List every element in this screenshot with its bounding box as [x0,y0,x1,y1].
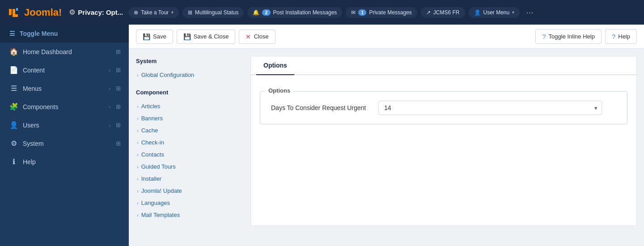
chevron-right-icon: › [109,86,110,91]
help-button[interactable]: ? Help [605,29,637,44]
topnav: Joomla! ⚙ Privacy: Opt... ⊕ Take a Tour … [0,0,644,25]
joomla-update-label: Joomla! Update [141,187,182,194]
post-installation-badge: 2 [262,9,270,16]
joomla-logo[interactable]: Joomla! [5,4,62,21]
jcms-button[interactable]: ↗ JCMS6 FR [421,7,465,18]
private-messages-badge: 1 [358,9,366,16]
languages-link[interactable]: › Languages [136,197,243,209]
help-icon: ? [612,33,615,40]
chevron-right-icon: › [109,123,110,128]
toggle-inline-help-label: Toggle Inline Help [549,33,595,40]
sidebar-item-label: Menus [23,85,104,92]
save-icon: 💾 [143,33,150,40]
home-icon: 🏠 [9,47,18,56]
grid-icon: ⊞ [116,140,121,147]
close-label: Close [254,33,268,40]
toggle-menu-item[interactable]: ☰ Toggle Menu [0,25,129,42]
cache-link[interactable]: › Cache [136,124,243,136]
chevron-right-icon: › [109,68,110,73]
articles-link[interactable]: › Articles [136,100,243,112]
guided-tours-label: Guided Tours [141,163,176,170]
joomla-update-link[interactable]: › Joomla! Update [136,185,243,197]
sidebar-item-help[interactable]: ℹ Help [0,153,129,171]
options-group-legend: Options [266,87,293,94]
guided-tours-link[interactable]: › Guided Tours [136,161,243,173]
sidebar-item-label: System [23,140,110,147]
take-a-tour-button[interactable]: ⊕ Take a Tour ▾ [128,7,179,18]
user-menu-button[interactable]: 👤 User Menu ▾ [469,7,520,18]
post-installation-button[interactable]: 🔔 2 Post Installation Messages [247,7,342,18]
grid-icon: ⊞ [116,67,121,73]
more-options-icon[interactable]: ··· [523,7,536,17]
chevron-right-icon: › [137,140,139,145]
main-content: 💾 Save 💾 Save & Close ✕ Close ? Toggle I… [129,25,644,246]
joomla-logo-icon [5,4,21,21]
take-a-tour-label: Take a Tour [141,9,169,16]
envelope-icon: ✉ [351,9,356,16]
right-panel: Options Options Days To Consider Request… [250,56,637,226]
sidebar-item-menus[interactable]: ☰ Menus › ⊞ [0,79,129,98]
multilingual-icon: ⊞ [188,9,192,16]
mail-templates-label: Mail Templates [141,212,180,218]
languages-label: Languages [141,199,170,206]
page-title: Privacy: Opt... [78,8,123,16]
options-section: Options Days To Consider Request Urgent … [251,75,636,133]
multilingual-status-label: Multilingual Status [195,9,238,16]
sidebar-item-content[interactable]: 📄 Content › ⊞ [0,61,129,79]
user-menu-label: User Menu [483,9,510,16]
private-messages-button[interactable]: ✉ 1 Private Messages [346,7,417,18]
chevron-right-icon: › [137,188,139,194]
save-button[interactable]: 💾 Save [136,30,173,44]
sidebar-item-label: Home Dashboard [23,48,110,55]
sidebar-item-home-dashboard[interactable]: 🏠 Home Dashboard ⊞ [0,42,129,61]
cache-label: Cache [141,127,158,134]
tour-icon: ⊕ [134,9,138,16]
save-label: Save [153,33,166,40]
menus-icon: ☰ [9,84,18,93]
page-content: System › Global Configuration Component … [129,49,644,233]
articles-label: Articles [141,103,161,110]
chevron-right-icon: › [137,72,139,78]
global-configuration-link[interactable]: › Global Configuration [136,69,243,81]
banners-link[interactable]: › Banners [136,112,243,124]
post-installation-label: Post Installation Messages [273,9,337,16]
system-section-title: System [136,56,243,66]
jcms-label: JCMS6 FR [433,9,460,16]
components-icon: 🧩 [9,102,18,111]
contacts-link[interactable]: › Contacts [136,148,243,161]
checkin-link[interactable]: › Check-in [136,136,243,148]
sidebar-item-components[interactable]: 🧩 Components › ⊞ [0,98,129,116]
private-messages-label: Private Messages [369,9,411,16]
tab-options-label: Options [263,62,287,69]
close-button[interactable]: ✕ Close [239,30,275,44]
bell-icon: 🔔 [253,9,259,16]
installer-link[interactable]: › Installer [136,173,243,185]
sidebar: ☰ Toggle Menu 🏠 Home Dashboard ⊞ 📄 Conte… [0,25,129,246]
chevron-right-icon: › [137,128,139,133]
system-icon: ⚙ [9,139,18,148]
logo-text: Joomla! [24,7,62,18]
help-label: Help [618,33,630,40]
toggle-menu-label: Toggle Menu [20,30,58,37]
external-link-icon: ↗ [426,9,431,16]
help-icon: ℹ [9,157,18,166]
chevron-right-icon: › [137,116,139,121]
sidebar-item-label: Content [23,67,104,74]
tabs-bar: Options [251,56,636,75]
users-icon: 👤 [9,121,18,129]
gear-icon: ⚙ [69,8,75,17]
tab-options[interactable]: Options [256,56,294,75]
help-circle-icon: ? [542,33,546,40]
toggle-inline-help-button[interactable]: ? Toggle Inline Help [535,29,602,44]
sidebar-item-label: Users [23,122,104,129]
multilingual-status-button[interactable]: ⊞ Multilingual Status [182,7,244,18]
save-close-button[interactable]: 💾 Save & Close [177,30,236,44]
sidebar-item-users[interactable]: 👤 Users › ⊞ [0,116,129,134]
left-panel: System › Global Configuration Component … [136,56,243,221]
sidebar-item-system[interactable]: ⚙ System ⊞ [0,134,129,153]
days-select-wrapper: 7 14 30 60 90 ▾ [378,101,602,115]
mail-templates-link[interactable]: › Mail Templates [136,209,243,221]
checkin-label: Check-in [141,139,164,146]
chevron-right-icon: › [109,104,110,110]
days-urgent-select[interactable]: 7 14 30 60 90 [378,101,602,115]
